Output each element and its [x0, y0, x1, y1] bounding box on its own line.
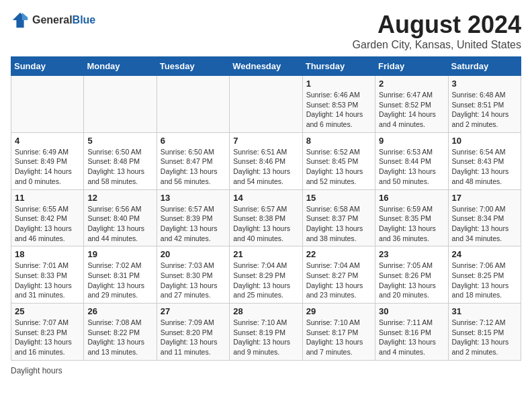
- subtitle: Garden City, Kansas, United States: [353, 39, 521, 51]
- day-number: 7: [233, 136, 298, 146]
- day-header: Wednesday: [230, 57, 302, 76]
- logo-blue: Blue: [73, 14, 96, 26]
- day-info: Sunrise: 6:55 AM Sunset: 8:42 PM Dayligh…: [15, 204, 80, 244]
- day-header: Friday: [375, 57, 448, 76]
- day-header: Thursday: [302, 57, 375, 76]
- day-number: 25: [15, 306, 80, 316]
- calendar-cell: 1Sunrise: 6:46 AM Sunset: 8:53 PM Daylig…: [302, 76, 375, 133]
- day-info: Sunrise: 7:05 AM Sunset: 8:26 PM Dayligh…: [379, 261, 444, 300]
- calendar-cell: [157, 76, 229, 133]
- day-number: 1: [306, 79, 371, 89]
- day-info: Sunrise: 6:57 AM Sunset: 8:38 PM Dayligh…: [233, 204, 298, 244]
- logo-general: General: [32, 14, 73, 26]
- day-number: 18: [15, 249, 80, 259]
- calendar-cell: [84, 76, 157, 133]
- calendar-cell: 6Sunrise: 6:50 AM Sunset: 8:47 PM Daylig…: [157, 132, 229, 189]
- day-number: 29: [306, 306, 371, 316]
- day-header: Saturday: [448, 57, 521, 76]
- calendar-cell: 20Sunrise: 7:03 AM Sunset: 8:30 PM Dayli…: [157, 246, 229, 304]
- day-info: Sunrise: 6:46 AM Sunset: 8:53 PM Dayligh…: [306, 90, 371, 130]
- day-number: 6: [161, 136, 226, 146]
- calendar-week-row: 25Sunrise: 7:07 AM Sunset: 8:23 PM Dayli…: [11, 304, 521, 361]
- calendar-cell: 22Sunrise: 7:04 AM Sunset: 8:27 PM Dayli…: [302, 246, 375, 304]
- day-info: Sunrise: 6:49 AM Sunset: 8:49 PM Dayligh…: [15, 147, 80, 187]
- calendar-cell: 27Sunrise: 7:09 AM Sunset: 8:20 PM Dayli…: [157, 304, 229, 361]
- day-info: Sunrise: 7:04 AM Sunset: 8:29 PM Dayligh…: [233, 261, 298, 300]
- day-number: 11: [15, 193, 80, 203]
- day-info: Sunrise: 7:02 AM Sunset: 8:31 PM Dayligh…: [87, 261, 152, 300]
- daylight-hours-label: Daylight hours: [11, 366, 62, 375]
- calendar-cell: 11Sunrise: 6:55 AM Sunset: 8:42 PM Dayli…: [11, 189, 84, 246]
- day-info: Sunrise: 7:01 AM Sunset: 8:33 PM Dayligh…: [15, 261, 80, 300]
- day-number: 23: [379, 249, 444, 259]
- day-info: Sunrise: 6:48 AM Sunset: 8:51 PM Dayligh…: [452, 90, 517, 130]
- day-number: 13: [161, 193, 226, 203]
- day-number: 8: [306, 136, 371, 146]
- day-number: 9: [379, 136, 444, 146]
- calendar-cell: 2Sunrise: 6:47 AM Sunset: 8:52 PM Daylig…: [375, 76, 448, 133]
- day-number: 4: [15, 136, 80, 146]
- footer: Daylight hours: [11, 366, 521, 375]
- calendar-cell: 12Sunrise: 6:56 AM Sunset: 8:40 PM Dayli…: [84, 189, 157, 246]
- logo-icon: [11, 11, 30, 30]
- day-info: Sunrise: 6:57 AM Sunset: 8:39 PM Dayligh…: [161, 204, 226, 244]
- day-number: 31: [452, 306, 517, 316]
- day-info: Sunrise: 7:00 AM Sunset: 8:34 PM Dayligh…: [452, 204, 517, 244]
- day-number: 14: [233, 193, 298, 203]
- day-info: Sunrise: 6:56 AM Sunset: 8:40 PM Dayligh…: [87, 204, 152, 244]
- calendar-cell: 13Sunrise: 6:57 AM Sunset: 8:39 PM Dayli…: [157, 189, 229, 246]
- calendar-cell: [11, 76, 84, 133]
- day-info: Sunrise: 7:09 AM Sunset: 8:20 PM Dayligh…: [161, 318, 226, 357]
- calendar-week-row: 11Sunrise: 6:55 AM Sunset: 8:42 PM Dayli…: [11, 189, 521, 246]
- calendar-week-row: 18Sunrise: 7:01 AM Sunset: 8:33 PM Dayli…: [11, 246, 521, 304]
- day-info: Sunrise: 7:03 AM Sunset: 8:30 PM Dayligh…: [161, 261, 226, 300]
- day-number: 3: [452, 79, 517, 89]
- day-info: Sunrise: 7:07 AM Sunset: 8:23 PM Dayligh…: [15, 318, 80, 357]
- day-info: Sunrise: 6:51 AM Sunset: 8:46 PM Dayligh…: [233, 147, 298, 187]
- calendar-cell: 29Sunrise: 7:10 AM Sunset: 8:17 PM Dayli…: [302, 304, 375, 361]
- day-number: 27: [161, 306, 226, 316]
- calendar-week-row: 1Sunrise: 6:46 AM Sunset: 8:53 PM Daylig…: [11, 76, 521, 133]
- day-number: 28: [233, 306, 298, 316]
- day-info: Sunrise: 7:12 AM Sunset: 8:15 PM Dayligh…: [452, 318, 517, 357]
- day-info: Sunrise: 6:54 AM Sunset: 8:43 PM Dayligh…: [452, 147, 517, 187]
- day-number: 30: [379, 306, 444, 316]
- day-number: 12: [87, 193, 152, 203]
- day-number: 10: [452, 136, 517, 146]
- day-number: 26: [87, 306, 152, 316]
- main-title: August 2024: [353, 11, 521, 39]
- day-info: Sunrise: 7:06 AM Sunset: 8:25 PM Dayligh…: [452, 261, 517, 300]
- calendar-cell: 10Sunrise: 6:54 AM Sunset: 8:43 PM Dayli…: [448, 132, 521, 189]
- day-info: Sunrise: 6:59 AM Sunset: 8:35 PM Dayligh…: [379, 204, 444, 244]
- calendar-cell: 3Sunrise: 6:48 AM Sunset: 8:51 PM Daylig…: [448, 76, 521, 133]
- page-header: GeneralBlue August 2024 Garden City, Kan…: [11, 11, 521, 51]
- calendar-cell: 16Sunrise: 6:59 AM Sunset: 8:35 PM Dayli…: [375, 189, 448, 246]
- calendar-cell: 24Sunrise: 7:06 AM Sunset: 8:25 PM Dayli…: [448, 246, 521, 304]
- calendar-cell: 17Sunrise: 7:00 AM Sunset: 8:34 PM Dayli…: [448, 189, 521, 246]
- calendar-cell: 28Sunrise: 7:10 AM Sunset: 8:19 PM Dayli…: [230, 304, 302, 361]
- day-number: 24: [452, 249, 517, 259]
- day-info: Sunrise: 7:08 AM Sunset: 8:22 PM Dayligh…: [87, 318, 152, 357]
- calendar-week-row: 4Sunrise: 6:49 AM Sunset: 8:49 PM Daylig…: [11, 132, 521, 189]
- calendar-cell: 5Sunrise: 6:50 AM Sunset: 8:48 PM Daylig…: [84, 132, 157, 189]
- day-info: Sunrise: 6:50 AM Sunset: 8:47 PM Dayligh…: [161, 147, 226, 187]
- calendar-cell: 7Sunrise: 6:51 AM Sunset: 8:46 PM Daylig…: [230, 132, 302, 189]
- day-info: Sunrise: 6:50 AM Sunset: 8:48 PM Dayligh…: [87, 147, 152, 187]
- calendar-cell: 31Sunrise: 7:12 AM Sunset: 8:15 PM Dayli…: [448, 304, 521, 361]
- day-number: 15: [306, 193, 371, 203]
- day-number: 22: [306, 249, 371, 259]
- calendar-table: SundayMondayTuesdayWednesdayThursdayFrid…: [11, 56, 521, 361]
- calendar-cell: [230, 76, 302, 133]
- day-number: 5: [87, 136, 152, 146]
- day-info: Sunrise: 6:52 AM Sunset: 8:45 PM Dayligh…: [306, 147, 371, 187]
- calendar-cell: 19Sunrise: 7:02 AM Sunset: 8:31 PM Dayli…: [84, 246, 157, 304]
- calendar-cell: 21Sunrise: 7:04 AM Sunset: 8:29 PM Dayli…: [230, 246, 302, 304]
- day-info: Sunrise: 7:04 AM Sunset: 8:27 PM Dayligh…: [306, 261, 371, 300]
- calendar-cell: 23Sunrise: 7:05 AM Sunset: 8:26 PM Dayli…: [375, 246, 448, 304]
- day-info: Sunrise: 7:10 AM Sunset: 8:19 PM Dayligh…: [233, 318, 298, 357]
- day-info: Sunrise: 7:11 AM Sunset: 8:16 PM Dayligh…: [379, 318, 444, 357]
- day-number: 20: [161, 249, 226, 259]
- day-info: Sunrise: 6:53 AM Sunset: 8:44 PM Dayligh…: [379, 147, 444, 187]
- svg-marker-1: [22, 13, 28, 20]
- logo: GeneralBlue: [11, 11, 95, 30]
